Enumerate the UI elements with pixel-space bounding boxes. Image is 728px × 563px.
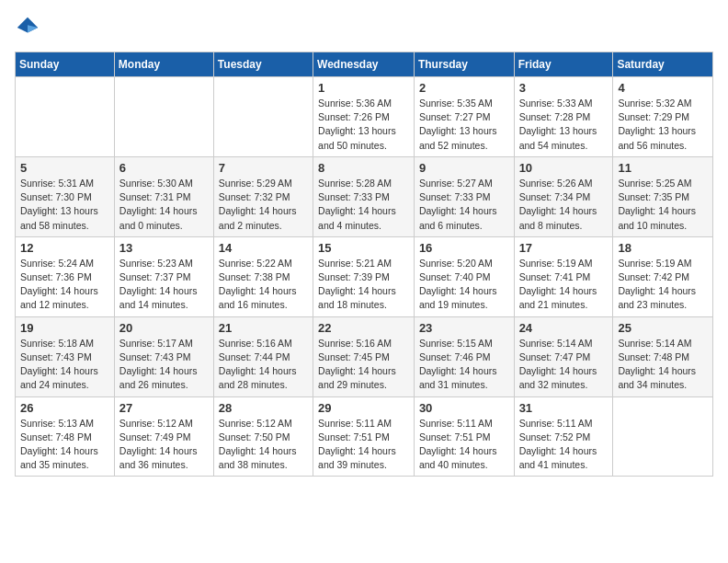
calendar-cell: 31Sunrise: 5:11 AMSunset: 7:52 PMDayligh… — [514, 396, 613, 477]
calendar-cell: 2Sunrise: 5:35 AMSunset: 7:27 PMDaylight… — [414, 77, 514, 157]
day-number: 25 — [618, 321, 708, 335]
day-info: Sunrise: 5:11 AMSunset: 7:51 PMDaylight:… — [419, 417, 509, 473]
day-info: Sunrise: 5:12 AMSunset: 7:50 PMDaylight:… — [219, 417, 308, 473]
day-number: 7 — [219, 161, 308, 175]
weekday-header-sunday: Sunday — [16, 52, 115, 77]
day-number: 18 — [618, 241, 708, 255]
calendar-cell: 16Sunrise: 5:20 AMSunset: 7:40 PMDayligh… — [414, 236, 514, 316]
day-number: 26 — [20, 401, 109, 415]
calendar-cell: 6Sunrise: 5:30 AMSunset: 7:31 PMDaylight… — [114, 156, 213, 236]
day-info: Sunrise: 5:27 AMSunset: 7:33 PMDaylight:… — [419, 177, 509, 233]
calendar-cell: 23Sunrise: 5:15 AMSunset: 7:46 PMDayligh… — [414, 316, 514, 396]
day-info: Sunrise: 5:11 AMSunset: 7:52 PMDaylight:… — [519, 417, 609, 473]
calendar-cell — [114, 77, 213, 157]
day-info: Sunrise: 5:14 AMSunset: 7:48 PMDaylight:… — [618, 337, 708, 393]
day-number: 21 — [219, 321, 308, 335]
calendar-cell: 21Sunrise: 5:16 AMSunset: 7:44 PMDayligh… — [213, 316, 313, 396]
day-number: 15 — [318, 241, 409, 255]
day-info: Sunrise: 5:21 AMSunset: 7:39 PMDaylight:… — [318, 257, 409, 313]
day-info: Sunrise: 5:26 AMSunset: 7:34 PMDaylight:… — [519, 177, 609, 233]
day-info: Sunrise: 5:17 AMSunset: 7:43 PMDaylight:… — [119, 337, 209, 393]
calendar-cell: 25Sunrise: 5:14 AMSunset: 7:48 PMDayligh… — [613, 316, 713, 396]
calendar-cell: 3Sunrise: 5:33 AMSunset: 7:28 PMDaylight… — [514, 77, 613, 157]
day-info: Sunrise: 5:28 AMSunset: 7:33 PMDaylight:… — [318, 177, 409, 233]
calendar-cell: 27Sunrise: 5:12 AMSunset: 7:49 PMDayligh… — [114, 396, 213, 477]
day-info: Sunrise: 5:29 AMSunset: 7:32 PMDaylight:… — [219, 177, 308, 233]
calendar-cell — [213, 77, 313, 157]
day-number: 22 — [318, 321, 409, 335]
day-info: Sunrise: 5:16 AMSunset: 7:45 PMDaylight:… — [318, 337, 409, 393]
week-row-1: 1Sunrise: 5:36 AMSunset: 7:26 PMDaylight… — [16, 77, 713, 157]
day-info: Sunrise: 5:19 AMSunset: 7:41 PMDaylight:… — [519, 257, 609, 313]
day-info: Sunrise: 5:11 AMSunset: 7:51 PMDaylight:… — [318, 417, 409, 473]
day-number: 23 — [419, 321, 509, 335]
day-number: 13 — [119, 241, 209, 255]
logo-icon — [15, 15, 40, 40]
day-number: 9 — [419, 161, 509, 175]
calendar-cell: 28Sunrise: 5:12 AMSunset: 7:50 PMDayligh… — [213, 396, 313, 477]
day-info: Sunrise: 5:13 AMSunset: 7:48 PMDaylight:… — [20, 417, 109, 473]
calendar-cell: 7Sunrise: 5:29 AMSunset: 7:32 PMDaylight… — [213, 156, 313, 236]
calendar-cell: 29Sunrise: 5:11 AMSunset: 7:51 PMDayligh… — [313, 396, 415, 477]
logo — [15, 15, 44, 40]
week-row-2: 5Sunrise: 5:31 AMSunset: 7:30 PMDaylight… — [16, 156, 713, 236]
day-number: 11 — [618, 161, 708, 175]
day-number: 16 — [419, 241, 509, 255]
day-info: Sunrise: 5:23 AMSunset: 7:37 PMDaylight:… — [119, 257, 209, 313]
day-number: 1 — [318, 81, 409, 95]
day-info: Sunrise: 5:31 AMSunset: 7:30 PMDaylight:… — [20, 177, 109, 233]
day-info: Sunrise: 5:30 AMSunset: 7:31 PMDaylight:… — [119, 177, 209, 233]
day-number: 28 — [219, 401, 308, 415]
weekday-header-tuesday: Tuesday — [213, 52, 313, 77]
weekday-header-thursday: Thursday — [414, 52, 514, 77]
day-number: 27 — [119, 401, 209, 415]
calendar-cell — [613, 396, 713, 477]
weekday-header-wednesday: Wednesday — [313, 52, 415, 77]
calendar: SundayMondayTuesdayWednesdayThursdayFrid… — [15, 52, 713, 477]
week-row-3: 12Sunrise: 5:24 AMSunset: 7:36 PMDayligh… — [16, 236, 713, 316]
calendar-cell: 22Sunrise: 5:16 AMSunset: 7:45 PMDayligh… — [313, 316, 415, 396]
calendar-cell: 18Sunrise: 5:19 AMSunset: 7:42 PMDayligh… — [613, 236, 713, 316]
day-number: 24 — [519, 321, 609, 335]
day-number: 3 — [519, 81, 609, 95]
day-info: Sunrise: 5:19 AMSunset: 7:42 PMDaylight:… — [618, 257, 708, 313]
day-info: Sunrise: 5:20 AMSunset: 7:40 PMDaylight:… — [419, 257, 509, 313]
day-info: Sunrise: 5:22 AMSunset: 7:38 PMDaylight:… — [219, 257, 308, 313]
calendar-cell: 1Sunrise: 5:36 AMSunset: 7:26 PMDaylight… — [313, 77, 415, 157]
day-number: 30 — [419, 401, 509, 415]
calendar-cell: 10Sunrise: 5:26 AMSunset: 7:34 PMDayligh… — [514, 156, 613, 236]
day-info: Sunrise: 5:18 AMSunset: 7:43 PMDaylight:… — [20, 337, 109, 393]
day-info: Sunrise: 5:36 AMSunset: 7:26 PMDaylight:… — [318, 97, 409, 153]
calendar-cell: 4Sunrise: 5:32 AMSunset: 7:29 PMDaylight… — [613, 77, 713, 157]
calendar-cell: 26Sunrise: 5:13 AMSunset: 7:48 PMDayligh… — [16, 396, 115, 477]
weekday-header-row: SundayMondayTuesdayWednesdayThursdayFrid… — [16, 52, 713, 77]
day-info: Sunrise: 5:24 AMSunset: 7:36 PMDaylight:… — [20, 257, 109, 313]
calendar-cell — [16, 77, 115, 157]
day-number: 29 — [318, 401, 409, 415]
page-header — [15, 15, 713, 40]
calendar-cell: 30Sunrise: 5:11 AMSunset: 7:51 PMDayligh… — [414, 396, 514, 477]
weekday-header-friday: Friday — [514, 52, 613, 77]
day-info: Sunrise: 5:33 AMSunset: 7:28 PMDaylight:… — [519, 97, 609, 153]
calendar-cell: 17Sunrise: 5:19 AMSunset: 7:41 PMDayligh… — [514, 236, 613, 316]
calendar-cell: 12Sunrise: 5:24 AMSunset: 7:36 PMDayligh… — [16, 236, 115, 316]
day-number: 8 — [318, 161, 409, 175]
calendar-cell: 20Sunrise: 5:17 AMSunset: 7:43 PMDayligh… — [114, 316, 213, 396]
day-number: 31 — [519, 401, 609, 415]
day-number: 20 — [119, 321, 209, 335]
day-number: 6 — [119, 161, 209, 175]
day-number: 17 — [519, 241, 609, 255]
day-number: 10 — [519, 161, 609, 175]
day-number: 5 — [20, 161, 109, 175]
day-number: 4 — [618, 81, 708, 95]
calendar-cell: 5Sunrise: 5:31 AMSunset: 7:30 PMDaylight… — [16, 156, 115, 236]
day-number: 14 — [219, 241, 308, 255]
day-number: 2 — [419, 81, 509, 95]
calendar-cell: 9Sunrise: 5:27 AMSunset: 7:33 PMDaylight… — [414, 156, 514, 236]
day-info: Sunrise: 5:25 AMSunset: 7:35 PMDaylight:… — [618, 177, 708, 233]
calendar-cell: 19Sunrise: 5:18 AMSunset: 7:43 PMDayligh… — [16, 316, 115, 396]
day-info: Sunrise: 5:12 AMSunset: 7:49 PMDaylight:… — [119, 417, 209, 473]
day-number: 19 — [20, 321, 109, 335]
calendar-cell: 24Sunrise: 5:14 AMSunset: 7:47 PMDayligh… — [514, 316, 613, 396]
day-info: Sunrise: 5:35 AMSunset: 7:27 PMDaylight:… — [419, 97, 509, 153]
